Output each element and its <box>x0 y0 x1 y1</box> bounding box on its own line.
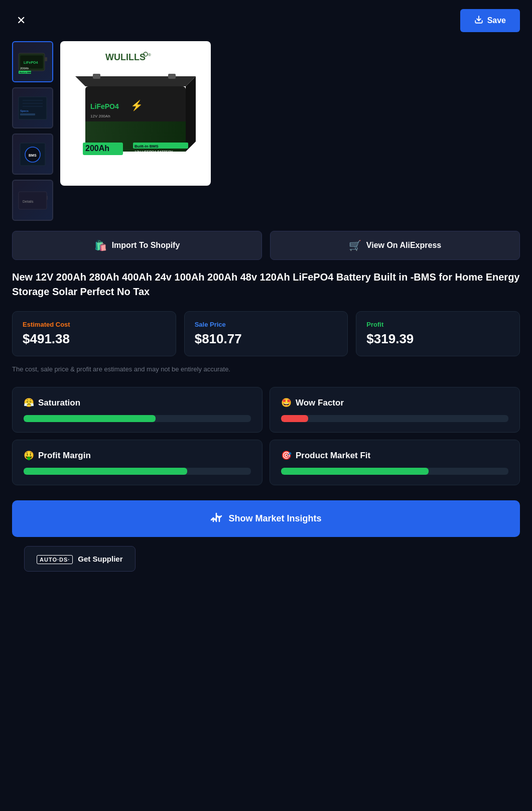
svg-text:WULILLS: WULILLS <box>105 52 146 62</box>
view-on-aliexpress-button[interactable]: 🛒 View On AliExpress <box>270 231 520 260</box>
saturation-progress-fill <box>24 415 156 422</box>
svg-text:Built-in BMS: Built-in BMS <box>135 144 159 149</box>
show-market-insights-button[interactable]: Show Market Insights <box>12 500 520 537</box>
product-market-fit-emoji: 🎯 <box>281 450 292 461</box>
get-supplier-wrap: AUTO·DS· Get Supplier <box>0 546 532 596</box>
saturation-progress-bg <box>24 415 251 422</box>
main-product-image: WULILLS ® LiFePO4 12V 200Ah <box>60 41 211 186</box>
profit-value: $319.39 <box>366 331 509 347</box>
wow-factor-emoji: 🤩 <box>281 397 292 408</box>
thumbnail-1[interactable]: LiFePO4 200Ah Built-in BMS <box>12 41 53 82</box>
import-label: Import To Shopify <box>112 241 180 250</box>
thumbnail-2[interactable]: Specs <box>12 87 53 128</box>
action-buttons: 🛍️ Import To Shopify 🛒 View On AliExpres… <box>0 231 532 270</box>
svg-text:Built-in BMS: Built-in BMS <box>20 71 32 74</box>
profit-margin-progress-fill <box>24 468 187 475</box>
thumbnail-3[interactable]: BMS <box>12 133 53 175</box>
svg-text:12V LIFEPO4 BATTERY: 12V LIFEPO4 BATTERY <box>135 150 173 154</box>
svg-rect-13 <box>20 113 35 115</box>
wow-factor-title: 🤩 Wow Factor <box>281 397 508 408</box>
sale-value: $810.77 <box>195 331 338 347</box>
get-supplier-button[interactable]: AUTO·DS· Get Supplier <box>24 546 136 572</box>
saturation-title: 😤 Saturation <box>24 397 251 408</box>
autods-logo: AUTO·DS· <box>37 555 73 563</box>
get-supplier-label: Get Supplier <box>78 555 122 563</box>
profit-margin-title: 🤑 Profit Margin <box>24 450 251 461</box>
disclaimer-text: The cost, sale price & profit are estima… <box>0 361 532 387</box>
metrics-grid: Estimated Cost $491.38 Sale Price $810.7… <box>0 311 532 361</box>
profit-margin-progress-bg <box>24 468 251 475</box>
product-gallery: LiFePO4 200Ah Built-in BMS Specs BMS <box>0 41 532 231</box>
profit-label: Profit <box>366 321 509 328</box>
svg-text:LiFePO4: LiFePO4 <box>24 61 38 64</box>
svg-text:12V 200Ah: 12V 200Ah <box>90 114 110 118</box>
svg-text:LiFePO4: LiFePO4 <box>90 102 119 110</box>
svg-rect-32 <box>168 74 176 79</box>
saturation-card: 😤 Saturation <box>12 387 262 433</box>
svg-text:Details: Details <box>23 200 34 203</box>
svg-text:⚡: ⚡ <box>130 99 143 111</box>
insights-icon <box>210 511 222 526</box>
sale-price-card: Sale Price $810.77 <box>184 311 348 356</box>
cost-value: $491.38 <box>23 331 166 347</box>
saturation-label: Saturation <box>38 398 80 408</box>
thumbnail-list: LiFePO4 200Ah Built-in BMS Specs BMS <box>12 41 53 221</box>
svg-text:Specs: Specs <box>20 109 29 112</box>
product-title: New 12V 200Ah 280Ah 400Ah 24v 100Ah 200A… <box>0 270 532 311</box>
wow-factor-label: Wow Factor <box>296 398 344 408</box>
aliexpress-icon: 🛒 <box>349 239 361 251</box>
svg-text:200Ah: 200Ah <box>85 144 109 153</box>
svg-text:BMS: BMS <box>29 154 37 157</box>
svg-text:®: ® <box>148 53 151 57</box>
save-button[interactable]: Save <box>460 9 520 32</box>
wow-factor-card: 🤩 Wow Factor <box>270 387 520 433</box>
profit-card: Profit $319.39 <box>356 311 520 356</box>
shopify-icon: 🛍️ <box>94 239 107 251</box>
close-button[interactable]: ✕ <box>12 12 30 30</box>
product-market-fit-label: Product Market Fit <box>296 451 370 461</box>
save-icon <box>474 15 483 26</box>
sale-label: Sale Price <box>195 321 338 328</box>
thumbnail-4[interactable]: Details <box>12 180 53 221</box>
ratings-grid: 😤 Saturation 🤩 Wow Factor 🤑 Profit Margi… <box>0 387 532 495</box>
save-label: Save <box>487 16 506 25</box>
svg-text:200Ah: 200Ah <box>20 67 29 70</box>
svg-marker-26 <box>186 76 196 152</box>
header: ✕ Save <box>0 0 532 41</box>
saturation-emoji: 😤 <box>24 397 34 408</box>
profit-margin-label: Profit Margin <box>38 451 91 461</box>
profit-margin-emoji: 🤑 <box>24 450 34 461</box>
wow-factor-progress-fill <box>281 415 308 422</box>
product-market-fit-progress-bg <box>281 468 508 475</box>
view-label: View On AliExpress <box>366 241 441 250</box>
product-market-fit-card: 🎯 Product Market Fit <box>270 440 520 485</box>
close-icon: ✕ <box>17 14 26 27</box>
wow-factor-progress-bg <box>281 415 508 422</box>
svg-rect-18 <box>47 196 48 200</box>
product-market-fit-title: 🎯 Product Market Fit <box>281 450 508 461</box>
cost-label: Estimated Cost <box>23 321 166 328</box>
svg-rect-31 <box>93 74 100 79</box>
product-market-fit-progress-fill <box>281 468 429 475</box>
svg-rect-2 <box>45 57 47 61</box>
show-insights-label: Show Market Insights <box>228 513 321 524</box>
profit-margin-card: 🤑 Profit Margin <box>12 440 262 485</box>
import-to-shopify-button[interactable]: 🛍️ Import To Shopify <box>12 231 262 260</box>
estimated-cost-card: Estimated Cost $491.38 <box>12 311 176 356</box>
